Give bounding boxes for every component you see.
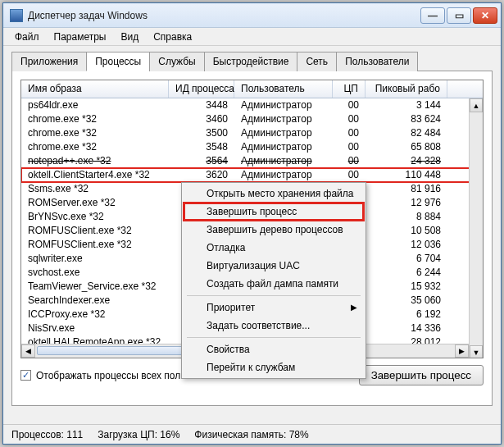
cell-cpu: 00 [333,154,366,168]
cell-name: ICCProxy.exe *32 [21,308,169,322]
table-row[interactable]: notepad++.exe *323564Администратор0024 3… [21,154,483,168]
context-menu: Открыть место хранения файлаЗавершить пр… [181,182,366,379]
col-image-header[interactable]: Имя образа [21,80,169,98]
tab-network[interactable]: Сеть [297,52,337,71]
table-row[interactable]: chrome.exe *323548Администратор0065 808 [21,140,483,154]
scroll-down-icon[interactable]: ▼ [470,345,483,358]
maximize-button[interactable]: ▭ [447,7,471,24]
cell-name: SearchIndexer.exe [21,294,169,308]
table-row[interactable]: chrome.exe *323500Администратор0082 484 [21,126,483,140]
cell-name: ROMServer.exe *32 [21,196,169,210]
show-all-checkbox[interactable]: ✓ [20,370,31,381]
cell-cpu: 00 [333,112,366,126]
tab-processes[interactable]: Процессы [86,52,150,71]
context-item[interactable]: Задать соответствие... [184,317,364,335]
cell-pid: 3564 [169,154,234,168]
cell-mem: 10 508 [366,224,447,238]
cell-pid: 3500 [169,126,234,140]
cell-mem: 83 624 [366,112,447,126]
tab-performance[interactable]: Быстродействие [204,52,298,71]
context-item[interactable]: Перейти к службам [184,358,364,376]
cell-user: Администратор [234,112,333,126]
cell-user: Администратор [234,98,333,112]
window-title: Диспетчер задач Windows [28,10,420,21]
submenu-arrow-icon: ▶ [351,303,357,312]
scroll-up-icon[interactable]: ▲ [470,98,483,112]
cell-mem: 12 976 [366,196,447,210]
context-item[interactable]: Завершить дерево процессов [184,221,364,239]
col-user-header[interactable]: Пользователь [234,80,333,98]
cell-name: chrome.exe *32 [21,140,169,154]
table-row[interactable]: oktell.ClientStarter4.exe *323620Админис… [21,168,483,182]
status-cpu: Загрузка ЦП: 16% [98,429,179,440]
tabs: Приложения Процессы Службы Быстродействи… [11,51,493,71]
cell-name: NisSrv.exe [21,322,169,335]
cell-mem: 81 916 [366,182,447,196]
cell-mem: 12 036 [366,238,447,252]
cell-mem: 3 144 [366,98,447,112]
context-item[interactable]: Виртуализация UAC [184,257,364,275]
tab-applications[interactable]: Приложения [11,52,87,71]
menubar: Файл Параметры Вид Справка [3,28,501,46]
menu-file[interactable]: Файл [8,30,46,44]
minimize-button[interactable]: — [420,7,445,24]
statusbar: Процессов: 111 Загрузка ЦП: 16% Физическ… [3,424,501,444]
vertical-scrollbar[interactable]: ▲ ▼ [469,98,483,358]
context-separator [187,337,361,338]
cell-user: Администратор [234,168,333,182]
cell-name: svchost.exe [21,266,169,280]
cell-cpu: 00 [333,98,366,112]
context-item[interactable]: Завершить процесс [184,203,364,221]
cell-name: sqlwriter.exe [21,252,169,266]
cell-mem: 82 484 [366,126,447,140]
cell-name: oktell.ClientStarter4.exe *32 [21,168,169,182]
cell-name: ROMFUSClient.exe *32 [21,238,169,252]
context-item[interactable]: Свойства [184,340,364,358]
cell-pid: 3620 [169,168,234,182]
col-mem-header[interactable]: Пиковый рабо [366,80,447,98]
cell-mem: 65 808 [366,140,447,154]
table-row[interactable]: chrome.exe *323460Администратор0083 624 [21,112,483,126]
menu-view[interactable]: Вид [114,30,145,44]
cell-pid: 3548 [169,140,234,154]
cell-name: BrYNSvc.exe *32 [21,210,169,224]
tab-users[interactable]: Пользователи [336,52,418,71]
cell-user: Администратор [234,154,333,168]
cell-cpu: 00 [333,126,366,140]
tab-services[interactable]: Службы [149,52,204,71]
status-memory: Физическая память: 78% [194,429,308,440]
cell-mem: 15 932 [366,280,447,294]
cell-pid: 3448 [169,98,234,112]
table-header: Имя образа ИД процесса Пользователь ЦП П… [21,80,483,98]
menu-options[interactable]: Параметры [48,30,113,44]
context-item[interactable]: Открыть место хранения файла [184,185,364,203]
cell-mem: 8 884 [366,210,447,224]
cell-name: TeamViewer_Service.exe *32 [21,280,169,294]
close-button[interactable]: ✕ [473,7,497,24]
scroll-left-icon[interactable]: ◀ [21,344,35,358]
cell-cpu: 00 [333,140,366,154]
table-row[interactable]: ps64ldr.exe3448Администратор003 144 [21,98,483,112]
cell-name: notepad++.exe *32 [21,154,169,168]
cell-cpu: 00 [333,168,366,182]
menu-help[interactable]: Справка [147,30,198,44]
cell-mem: 110 448 [366,168,447,182]
end-process-button[interactable]: Завершить процесс [359,365,484,385]
status-processes: Процессов: 111 [11,429,83,440]
cell-pid: 3460 [169,112,234,126]
cell-mem: 24 328 [366,154,447,168]
context-item[interactable]: Отладка [184,239,364,257]
scroll-right-icon[interactable]: ▶ [455,344,469,358]
task-manager-window: Диспетчер задач Windows — ▭ ✕ Файл Парам… [2,2,502,445]
context-item[interactable]: Создать файл дампа памяти [184,275,364,293]
context-item[interactable]: Приоритет▶ [184,299,364,317]
cell-name: ps64ldr.exe [21,98,169,112]
context-separator [187,295,361,296]
col-cpu-header[interactable]: ЦП [333,80,366,98]
cell-name: ROMFUSClient.exe *32 [21,224,169,238]
cell-user: Администратор [234,140,333,154]
col-pid-header[interactable]: ИД процесса [169,80,234,98]
cell-name: chrome.exe *32 [21,112,169,126]
cell-mem: 6 244 [366,266,447,280]
titlebar[interactable]: Диспетчер задач Windows — ▭ ✕ [3,3,501,28]
